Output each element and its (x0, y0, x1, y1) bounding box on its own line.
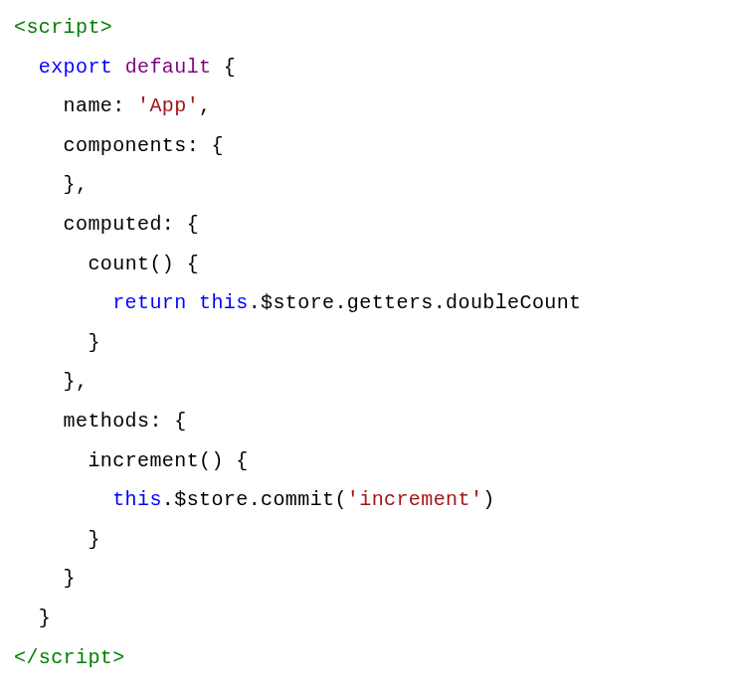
code-token: { (224, 56, 236, 79)
code-token: .$store.getters.doubleCount (249, 291, 582, 314)
code-line: computed: { (14, 213, 199, 236)
code-token: default (125, 56, 224, 79)
code-token: : { (187, 134, 224, 157)
code-line: }, (14, 370, 88, 393)
code-token: <script> (14, 16, 112, 39)
code-token: this (112, 488, 162, 511)
code-token: () { (199, 449, 249, 472)
code-line: <script> (14, 16, 112, 39)
code-token: : { (149, 410, 186, 433)
code-line: increment() { (14, 449, 249, 472)
code-line: return this.$store.getters.doubleCount (14, 291, 582, 314)
code-line: methods: { (14, 410, 187, 433)
code-token: export (39, 56, 125, 79)
code-token: }, (64, 370, 89, 393)
code-token: : { (162, 213, 199, 236)
code-line: </script> (14, 646, 125, 669)
code-token: name (64, 94, 113, 117)
code-line: } (14, 528, 100, 551)
code-token: } (88, 331, 99, 354)
code-token: }, (64, 173, 89, 196)
code-line: components: { (14, 134, 224, 157)
code-token: () { (149, 253, 199, 275)
code-token: count (88, 253, 149, 275)
code-token: , (199, 94, 211, 117)
code-line: export default { (14, 56, 236, 79)
code-token: 'App' (137, 94, 199, 117)
code-line: count() { (14, 253, 199, 275)
code-token: } (64, 567, 76, 590)
code-token: : (112, 94, 137, 117)
code-token: computed (64, 213, 162, 236)
code-token: } (88, 528, 99, 551)
code-line: }, (14, 173, 88, 196)
code-token: methods (64, 410, 150, 433)
code-token: components (64, 134, 187, 157)
code-token: 'increment' (347, 488, 482, 511)
code-line: } (14, 607, 51, 629)
code-token: .$store.commit( (162, 488, 347, 511)
code-snippet: <script> export default { name: 'App', c… (14, 8, 741, 677)
code-token: this (199, 291, 249, 314)
code-token: } (39, 607, 51, 629)
code-token: </script> (14, 646, 125, 669)
code-line: this.$store.commit('increment') (14, 488, 495, 511)
code-line: } (14, 331, 100, 354)
code-line: } (14, 567, 76, 590)
code-token: increment (88, 449, 199, 472)
code-token: ) (482, 488, 494, 511)
code-token: return (112, 291, 199, 314)
code-line: name: 'App', (14, 94, 211, 117)
